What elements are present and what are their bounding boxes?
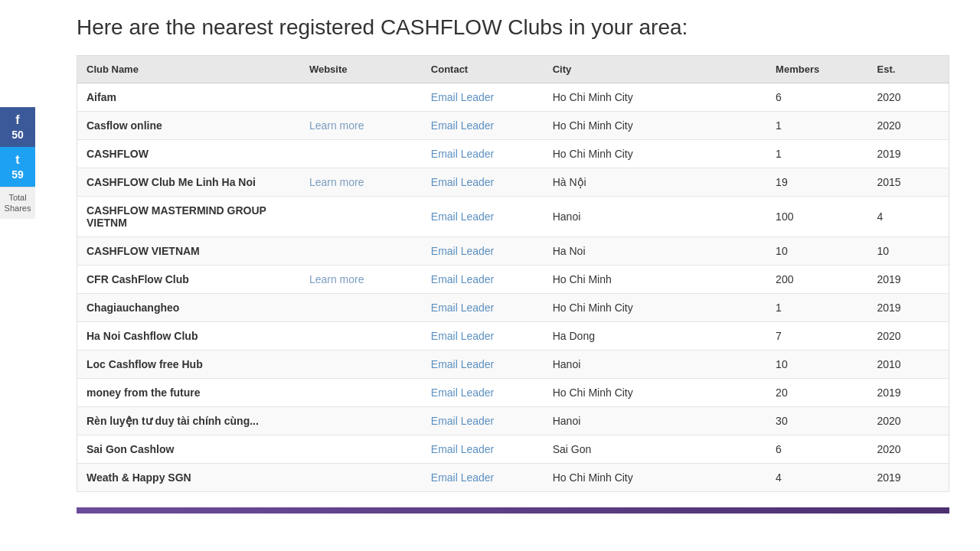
email-leader-link[interactable]: Email Leader xyxy=(431,119,495,132)
cell-members: 10 xyxy=(766,237,867,266)
cell-contact: Email Leader xyxy=(422,112,544,140)
email-leader-link[interactable]: Email Leader xyxy=(431,358,495,370)
col-header-contact: Contact xyxy=(422,56,544,83)
club-name-text: Rèn luyện tư duy tài chính cùng... xyxy=(87,415,259,427)
cell-est: 2020 xyxy=(868,83,949,112)
cell-city: Ho Chi Minh City xyxy=(544,464,766,492)
table-row: CASHFLOW VIETNAMEmail LeaderHa Noi1010 xyxy=(77,237,949,266)
twitter-share-button[interactable]: t 59 xyxy=(0,147,35,187)
cell-members: 200 xyxy=(766,266,867,294)
facebook-share-button[interactable]: f 50 xyxy=(0,107,35,147)
cell-est: 4 xyxy=(868,197,949,237)
cell-website xyxy=(300,140,422,168)
cell-website xyxy=(300,322,422,350)
cell-website xyxy=(300,237,422,266)
cell-members: 19 xyxy=(766,168,867,197)
cell-website xyxy=(300,407,422,435)
learn-more-link[interactable]: Learn more xyxy=(309,273,364,285)
cell-city: Ho Chi Minh City xyxy=(544,140,766,168)
email-leader-link[interactable]: Email Leader xyxy=(431,386,495,399)
cell-city: Ho Chi Minh xyxy=(544,266,766,294)
club-name-text: CASHFLOW xyxy=(87,148,149,160)
cell-website: Learn more xyxy=(300,266,422,294)
club-name-text: Casflow online xyxy=(87,119,162,132)
cell-club-name: CASHFLOW Club Me Linh Ha Noi xyxy=(77,168,300,197)
cell-club-name: Loc Cashflow free Hub xyxy=(77,350,300,379)
learn-more-link[interactable]: Learn more xyxy=(309,119,364,132)
cell-website xyxy=(300,435,422,464)
email-leader-link[interactable]: Email Leader xyxy=(431,330,495,342)
cell-club-name: CASHFLOW VIETNAM xyxy=(77,237,300,266)
cell-club-name: Rèn luyện tư duy tài chính cùng... xyxy=(77,407,300,435)
club-name-text: CASHFLOW MASTERMIND GROUP VIETNM xyxy=(87,204,266,229)
email-leader-link[interactable]: Email Leader xyxy=(431,443,495,455)
cell-contact: Email Leader xyxy=(422,266,544,294)
cell-contact: Email Leader xyxy=(422,168,544,197)
club-name-text: CASHFLOW VIETNAM xyxy=(87,245,200,257)
email-leader-link[interactable]: Email Leader xyxy=(431,176,495,188)
cell-est: 2019 xyxy=(868,294,949,322)
cell-members: 1 xyxy=(766,112,867,140)
table-row: Casflow onlineLearn moreEmail LeaderHo C… xyxy=(77,112,949,140)
facebook-count: 50 xyxy=(11,129,24,141)
cell-contact: Email Leader xyxy=(422,435,544,464)
email-leader-link[interactable]: Email Leader xyxy=(431,471,495,484)
cell-contact: Email Leader xyxy=(422,83,544,112)
cell-contact: Email Leader xyxy=(422,464,544,492)
cell-est: 2010 xyxy=(868,350,949,379)
cell-city: Ha Noi xyxy=(544,237,766,266)
cell-city: Ha Dong xyxy=(544,322,766,350)
club-name-text: Aifam xyxy=(87,91,116,103)
cell-contact: Email Leader xyxy=(422,197,544,237)
learn-more-link[interactable]: Learn more xyxy=(309,176,364,188)
club-name-text: Ha Noi Cashflow Club xyxy=(87,330,198,342)
table-row: Sai Gon CashlowEmail LeaderSai Gon62020 xyxy=(77,435,949,464)
col-header-club-name: Club Name xyxy=(77,56,300,83)
cell-contact: Email Leader xyxy=(422,407,544,435)
cell-city: Sai Gon xyxy=(544,435,766,464)
cell-club-name: CASHFLOW MASTERMIND GROUP VIETNM xyxy=(77,197,300,237)
cell-website xyxy=(300,197,422,237)
table-row: CASHFLOW MASTERMIND GROUP VIETNMEmail Le… xyxy=(77,197,949,237)
cell-est: 2020 xyxy=(868,322,949,350)
cell-city: Ho Chi Minh City xyxy=(544,294,766,322)
table-row: Ha Noi Cashflow ClubEmail LeaderHa Dong7… xyxy=(77,322,949,350)
col-header-members: Members xyxy=(766,56,867,83)
email-leader-link[interactable]: Email Leader xyxy=(431,148,495,160)
email-leader-link[interactable]: Email Leader xyxy=(431,415,495,427)
cell-club-name: Ha Noi Cashflow Club xyxy=(77,322,300,350)
cell-club-name: money from the future xyxy=(77,379,300,407)
cell-members: 100 xyxy=(766,197,867,237)
twitter-count: 59 xyxy=(11,168,24,181)
facebook-icon: f xyxy=(15,113,19,127)
email-leader-link[interactable]: Email Leader xyxy=(431,245,495,257)
table-row: Rèn luyện tư duy tài chính cùng...Email … xyxy=(77,407,949,435)
club-name-text: money from the future xyxy=(87,386,201,399)
table-row: Loc Cashflow free HubEmail LeaderHanoi10… xyxy=(77,350,949,379)
email-leader-link[interactable]: Email Leader xyxy=(431,91,495,103)
cell-contact: Email Leader xyxy=(422,350,544,379)
cell-contact: Email Leader xyxy=(422,294,544,322)
cell-club-name: Aifam xyxy=(77,83,300,112)
table-row: money from the futureEmail LeaderHo Chi … xyxy=(77,379,949,407)
club-name-text: Weath & Happy SGN xyxy=(87,471,191,484)
email-leader-link[interactable]: Email Leader xyxy=(431,273,495,285)
table-row: Weath & Happy SGNEmail LeaderHo Chi Minh… xyxy=(77,464,949,492)
total-shares: TotalShares xyxy=(0,187,35,219)
cell-est: 2015 xyxy=(868,168,949,197)
table-row: CFR CashFlow ClubLearn moreEmail LeaderH… xyxy=(77,266,949,294)
email-leader-link[interactable]: Email Leader xyxy=(431,302,495,314)
cell-city: Hanoi xyxy=(544,350,766,379)
cell-est: 2020 xyxy=(868,435,949,464)
cell-website xyxy=(300,464,422,492)
email-leader-link[interactable]: Email Leader xyxy=(431,210,495,223)
bottom-bar xyxy=(77,507,949,514)
cell-contact: Email Leader xyxy=(422,322,544,350)
cell-website xyxy=(300,83,422,112)
cell-city: Hanoi xyxy=(544,197,766,237)
cell-members: 4 xyxy=(766,464,867,492)
cell-contact: Email Leader xyxy=(422,237,544,266)
cell-est: 2020 xyxy=(868,112,949,140)
cell-website: Learn more xyxy=(300,112,422,140)
cell-website xyxy=(300,350,422,379)
